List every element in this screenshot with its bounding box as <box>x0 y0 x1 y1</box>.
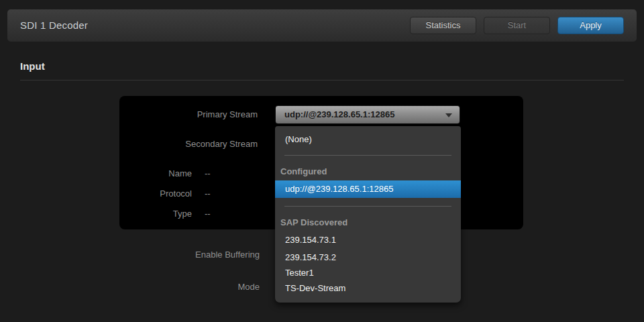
protocol-value: -- <box>205 186 258 202</box>
dropdown-option-configured-stream[interactable]: udp://@239.128.65.1:12865 <box>275 180 461 198</box>
enable-buffering-label: Enable Buffering <box>119 247 260 263</box>
dropdown-separator <box>284 155 451 156</box>
page-title: SDI 1 Decoder <box>20 9 88 42</box>
dropdown-option-sap-3[interactable]: Tester1 <box>275 266 461 280</box>
page-header: SDI 1 Decoder Statistics Start Apply <box>7 9 637 42</box>
type-label: Type <box>119 206 192 222</box>
dropdown-separator <box>284 206 451 207</box>
primary-stream-dropdown-menu: (None) Configured udp://@239.128.65.1:12… <box>275 126 461 303</box>
apply-button[interactable]: Apply <box>557 17 624 34</box>
statistics-button[interactable]: Statistics <box>410 17 476 34</box>
header-buttons: Statistics Start Apply <box>410 17 624 34</box>
dropdown-option-sap-4[interactable]: TS-Dev-Stream <box>275 280 461 297</box>
chevron-down-icon <box>445 113 452 117</box>
mode-label: Mode <box>119 279 260 295</box>
name-value: -- <box>205 166 258 182</box>
dropdown-group-sap-discovered: SAP Discovered <box>275 209 461 231</box>
dropdown-group-configured: Configured <box>275 158 461 180</box>
type-value: -- <box>205 206 258 222</box>
dropdown-option-sap-2[interactable]: 239.154.73.2 <box>275 249 461 266</box>
name-label: Name <box>119 166 192 182</box>
protocol-label: Protocol <box>119 186 192 202</box>
dropdown-option-sap-1[interactable]: 239.154.73.1 <box>275 231 461 249</box>
section-divider <box>20 80 624 80</box>
dropdown-option-none[interactable]: (None) <box>275 131 461 148</box>
input-section-title: Input <box>20 60 45 72</box>
primary-stream-label: Primary Stream <box>119 105 258 124</box>
primary-stream-select-value: udp://@239.128.65.1:12865 <box>284 106 394 123</box>
secondary-stream-label: Secondary Stream <box>119 135 258 154</box>
start-button[interactable]: Start <box>484 17 550 34</box>
primary-stream-select[interactable]: udp://@239.128.65.1:12865 <box>275 105 460 124</box>
